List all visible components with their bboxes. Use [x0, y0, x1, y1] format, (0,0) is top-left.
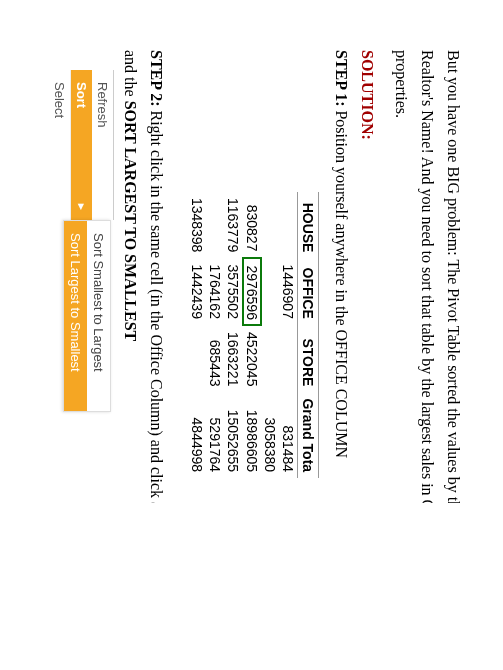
table-row: 17641626854435291764	[206, 192, 224, 478]
table-row: 8308272976596452204518986605	[243, 192, 261, 478]
table-cell: 1442439	[188, 258, 206, 325]
table-cell: 1764162	[206, 258, 224, 325]
table-cell: 5291764	[206, 392, 224, 478]
step-1-label: STEP 1:	[333, 50, 350, 110]
table-cell	[261, 325, 279, 393]
table-cell: 15052655	[224, 392, 243, 478]
step-2-text-b: and the	[122, 50, 139, 101]
table-cell: 1348398	[188, 192, 206, 259]
table-row: 134839814424394844998	[188, 192, 206, 478]
step-2-line-1: STEP 2: Right click in the same cell (in…	[146, 50, 166, 503]
step-2-label: STEP 2:	[148, 50, 165, 110]
table-cell: 4844998	[188, 392, 206, 478]
table-cell: 3058380	[261, 392, 279, 478]
submenu-arrow-icon: ▸	[75, 204, 88, 210]
step-2-opt-kw: SORT LARGEST TO SMALLEST	[122, 101, 139, 342]
sort-largest-to-smallest[interactable]: Sort Largest to Smallest	[64, 221, 87, 411]
menu-sort-label: Sort	[74, 82, 89, 108]
sort-submenu: Sort Smallest to Largest Sort Largest to…	[63, 220, 111, 412]
table-cell	[261, 192, 279, 259]
table-row: 1446907831484	[279, 192, 298, 478]
table-cell: 831484	[279, 392, 298, 478]
step-1-text: Position yourself anywhere in the OFFICE…	[333, 110, 350, 458]
table-cell: 18986605	[243, 392, 261, 478]
table-cell: 2976596	[243, 258, 261, 325]
table-cell: 685443	[206, 325, 224, 393]
solution-label: SOLUTION:	[357, 50, 377, 503]
intro-line-2: Realtor's Name! And you need to sort tha…	[417, 50, 437, 503]
step-2-text-a: Right click in the same cell (in the Off…	[148, 110, 165, 502]
step-1: STEP 1: Position yourself anywhere in th…	[331, 50, 351, 503]
col-header: Grand Tota	[298, 392, 319, 478]
intro-line-1: But you have one BIG problem: The Pivot …	[443, 50, 463, 503]
table-cell: 830827	[243, 192, 261, 259]
menu-select[interactable]: Select	[49, 70, 71, 220]
intro-line-3: properties.	[391, 50, 411, 503]
context-menu-area: Refresh Sort ▸ Select Sort Smallest to L…	[49, 70, 114, 503]
table-cell	[188, 325, 206, 393]
table-cell: 4522045	[243, 325, 261, 393]
table-row: 11637793575502166322115052655	[224, 192, 243, 478]
table-cell	[279, 325, 298, 393]
context-menu: Refresh Sort ▸ Select	[49, 70, 114, 220]
table-cell: 1663221	[224, 325, 243, 393]
col-header: STORE	[298, 325, 319, 393]
sort-smallest-to-largest[interactable]: Sort Smallest to Largest	[87, 221, 110, 411]
table-cell: 3575502	[224, 258, 243, 325]
table-row: 3058380	[261, 192, 279, 478]
pivot-table: HOUSE OFFICE STORE Grand Tota 1446907831…	[188, 50, 319, 503]
table-cell	[279, 192, 298, 259]
table-cell	[261, 258, 279, 325]
menu-refresh[interactable]: Refresh	[92, 70, 113, 220]
table-cell: 1446907	[279, 258, 298, 325]
table-cell	[206, 192, 224, 259]
table-cell: 1163779	[224, 192, 243, 259]
menu-sort[interactable]: Sort ▸	[71, 70, 92, 220]
step-2-line-2: and the SORT LARGEST TO SMALLEST	[120, 50, 140, 503]
step-2-sort-kw: SORT	[148, 502, 165, 503]
col-header: OFFICE	[298, 258, 319, 325]
col-header: HOUSE	[298, 192, 319, 259]
